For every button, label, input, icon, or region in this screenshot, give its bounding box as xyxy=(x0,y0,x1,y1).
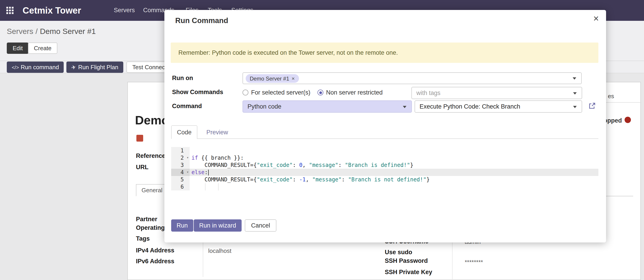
command-label: Command xyxy=(172,103,202,109)
field-label-tags: Tags xyxy=(136,235,150,242)
chevron-down-icon xyxy=(403,106,406,108)
gutter-line: 2▾ xyxy=(171,154,190,162)
field-label-reference: Reference xyxy=(136,153,166,159)
field-label-ipv6: IPv6 Address xyxy=(136,258,174,265)
edit-button[interactable]: Edit xyxy=(7,43,29,54)
run-on-label: Run on xyxy=(172,75,193,81)
field-value-ssh-password: ******** xyxy=(465,259,483,265)
field-label-url: URL xyxy=(136,164,148,171)
run-command-button[interactable]: </> Run command xyxy=(7,62,64,73)
with-tags-select[interactable]: with tags xyxy=(412,87,582,99)
run-flight-plan-button[interactable]: ✈ Run Flight Plan xyxy=(66,62,123,73)
tab-code[interactable]: Code xyxy=(171,125,197,139)
tab-general[interactable]: General xyxy=(136,184,168,196)
create-button[interactable]: Create xyxy=(28,43,57,54)
radio-non-server-restricted[interactable] xyxy=(318,90,323,95)
code-line xyxy=(190,183,598,190)
chevron-down-icon xyxy=(573,92,577,94)
field-label-ipv4: IPv4 Address xyxy=(136,247,174,254)
run-in-wizard-button[interactable]: Run in wizard xyxy=(194,219,242,232)
tab-preview[interactable]: Preview xyxy=(206,125,228,139)
field-label-ssh-private-key: SSH Private Key xyxy=(385,269,432,275)
code-icon: </> xyxy=(12,64,19,70)
apps-grid-icon[interactable] xyxy=(6,7,14,14)
code-line: else: xyxy=(190,169,598,176)
run-on-field[interactable]: Demo Server #1 ✕ xyxy=(242,72,582,84)
code-line: COMMAND_RESULT={"exit_code": 0, "message… xyxy=(190,162,598,169)
warning-alert-text: Remember: Python code is executed on the… xyxy=(178,49,398,56)
field-label-partner: Partner xyxy=(136,216,158,223)
fold-arrow-icon[interactable]: ▾ xyxy=(186,169,189,176)
code-editor[interactable]: 12▾34▾56 if {{ branch }}: COMMAND_RESULT… xyxy=(171,147,598,191)
editor-gutter: 12▾34▾56 xyxy=(171,147,190,190)
editor-code: if {{ branch }}: COMMAND_RESULT={"exit_c… xyxy=(190,147,598,190)
text-cursor xyxy=(208,170,209,176)
external-link-icon[interactable] xyxy=(588,102,596,110)
server-color-swatch xyxy=(136,135,143,142)
brand-title[interactable]: Cetmix Tower xyxy=(22,0,81,21)
status-dot-icon xyxy=(624,117,631,123)
command-select[interactable]: Execute Python Code: Check Branch xyxy=(414,100,582,113)
code-line: COMMAND_RESULT={"exit_code": -1, "messag… xyxy=(190,176,598,183)
breadcrumb-separator: / xyxy=(33,27,40,36)
cancel-button[interactable]: Cancel xyxy=(245,219,276,232)
gutter-line: 5 xyxy=(171,176,190,183)
field-label-ssh-password: SSH Password xyxy=(385,257,428,264)
run-command-dialog: Run Command × Remember: Python code is e… xyxy=(164,10,606,242)
nav-item-servers[interactable]: Servers xyxy=(114,0,135,21)
chevron-down-icon xyxy=(573,106,577,108)
chevron-down-icon xyxy=(573,77,576,80)
tabs-divider xyxy=(171,138,598,139)
show-commands-label: Show Commands xyxy=(172,89,223,95)
tag-remove-icon[interactable]: ✕ xyxy=(292,76,295,81)
field-value-ipv4: localhost xyxy=(208,247,232,254)
gutter-line: 6 xyxy=(171,183,190,190)
server-tag-chip[interactable]: Demo Server #1 ✕ xyxy=(246,74,299,83)
breadcrumb-parent[interactable]: Servers xyxy=(7,27,33,36)
breadcrumb: Servers/Demo Server #1 xyxy=(7,27,96,36)
button-box-text-fragment: es xyxy=(608,93,614,99)
radio-label-for-selected-servers[interactable]: For selected server(s) xyxy=(251,89,310,96)
code-line: if {{ branch }}: xyxy=(190,154,598,162)
dialog-title: Run Command xyxy=(175,16,228,25)
code-line xyxy=(190,147,598,154)
gutter-line: 4▾ xyxy=(171,169,190,176)
breadcrumb-current: Demo Server #1 xyxy=(40,27,96,36)
command-type-select[interactable]: Python code xyxy=(242,100,412,113)
field-label-use-sudo: Use sudo xyxy=(385,249,412,255)
gutter-line: 1 xyxy=(171,147,190,154)
app-root: Cetmix Tower Servers Commands Files Tool… xyxy=(0,0,644,280)
radio-label-non-server-restricted[interactable]: Non server restricted xyxy=(326,89,383,96)
run-button[interactable]: Run xyxy=(171,219,193,232)
close-icon[interactable]: × xyxy=(593,14,599,23)
gutter-line: 3 xyxy=(171,162,190,169)
indent-guide xyxy=(205,183,206,190)
indent-guide xyxy=(218,183,218,190)
radio-for-selected-servers[interactable] xyxy=(242,90,248,95)
plane-icon: ✈ xyxy=(71,64,76,71)
fold-arrow-icon[interactable]: ▾ xyxy=(186,154,189,162)
warning-alert: Remember: Python code is executed on the… xyxy=(171,43,598,63)
